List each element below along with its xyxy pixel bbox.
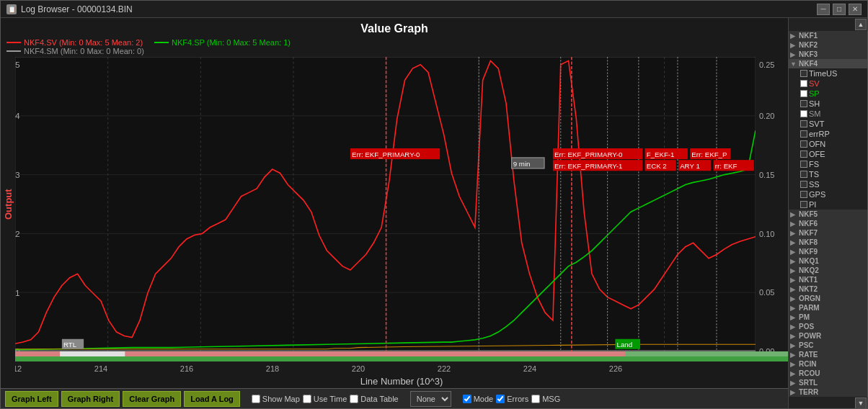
check-timeus[interactable] (800, 70, 807, 77)
sidebar-item-ofn[interactable]: OFN (789, 139, 867, 149)
check-svt[interactable] (800, 120, 807, 127)
check-ofe[interactable] (800, 150, 807, 158)
sidebar-group-nkf8[interactable]: ▶ NKF8 (789, 238, 867, 247)
sidebar-item-pi[interactable]: PI (789, 199, 867, 210)
check-ss[interactable] (800, 181, 807, 188)
sidebar-item-sh[interactable]: SH (789, 99, 867, 109)
svg-text:9 min: 9 min (513, 160, 531, 168)
svg-text:Land: Land (617, 341, 633, 349)
sidebar-item-ss[interactable]: SS (789, 179, 867, 189)
sidebar-item-sv[interactable]: SV (789, 78, 867, 89)
srtl-label: SRTL (799, 379, 818, 387)
sidebar-group-nkf1[interactable]: ▶ NKF1 (789, 31, 867, 40)
sidebar-group-nkf9[interactable]: ▶ NKF9 (789, 247, 867, 256)
sidebar-group-nkf4[interactable]: ▼ NKF4 (789, 59, 867, 68)
msg-checkbox[interactable] (531, 395, 540, 403)
check-sp[interactable] (800, 90, 807, 97)
svg-text:220: 220 (352, 364, 365, 373)
clear-graph-button[interactable]: Clear Graph (123, 391, 181, 407)
sidebar-group-nkt2[interactable]: ▶ NKT2 (789, 284, 867, 294)
check-pi[interactable] (800, 201, 807, 208)
svg-rect-61 (625, 351, 788, 356)
rcou-label: RCOU (799, 369, 820, 377)
y-axis-right-svg: 0.00 0.05 0.10 0.15 0.20 0.25 (756, 57, 788, 351)
svg-text:0.25: 0.25 (759, 60, 774, 69)
sidebar-group-rcou[interactable]: ▶ RCOU (789, 369, 867, 378)
svg-text:216: 216 (180, 364, 193, 373)
ofe-label: OFE (809, 150, 825, 158)
orgn-label: ORGN (799, 295, 820, 302)
check-sv[interactable] (800, 80, 807, 87)
scroll-up-button[interactable]: ▲ (855, 19, 867, 30)
sidebar-group-parm[interactable]: ▶ PARM (789, 303, 867, 313)
close-button[interactable]: ✕ (849, 4, 862, 15)
data-table-checkbox[interactable] (350, 395, 358, 403)
sidebar-item-sm[interactable]: SM (789, 109, 867, 119)
sidebar-group-rcin[interactable]: ▶ RCIN (789, 359, 867, 369)
sidebar-group-psc[interactable]: ▶ PSC (789, 341, 867, 350)
sidebar-item-fs[interactable]: FS (789, 159, 867, 169)
maximize-button[interactable]: □ (833, 4, 846, 15)
sidebar-item-sp[interactable]: SP (789, 89, 867, 99)
sidebar-group-nkf7[interactable]: ▶ NKF7 (789, 228, 867, 238)
errors-checkbox[interactable] (496, 395, 505, 403)
expand-powr-icon: ▶ (790, 333, 797, 340)
svg-text:Err: EKF_PRIMARY-1: Err: EKF_PRIMARY-1 (554, 162, 622, 170)
check-sm[interactable] (800, 110, 807, 117)
nkf6-label: NKF6 (799, 220, 818, 228)
expand-nkf1-icon: ▶ (790, 32, 797, 40)
chart-svg: 0 1 2 3 4 5 (15, 57, 756, 351)
mode-checkbox[interactable] (463, 395, 471, 403)
sidebar-group-nkq1[interactable]: ▶ NKQ1 (789, 256, 867, 266)
graph-left-button[interactable]: Graph Left (5, 391, 58, 407)
svg-text:F_EKF-1: F_EKF-1 (647, 150, 675, 158)
svg-text:0.00: 0.00 (759, 347, 774, 351)
title-bar: 📋 Log Browser - 00000134.BIN ─ □ ✕ (1, 1, 867, 18)
sidebar-group-rate[interactable]: ▶ RATE (789, 350, 867, 359)
sidebar-scroll-top: ▲ (789, 18, 867, 31)
svg-text:Err: EKF_PRIMARY-0: Err: EKF_PRIMARY-0 (554, 150, 623, 158)
nkq1-label: NKQ1 (799, 257, 819, 265)
check-ts[interactable] (800, 171, 807, 178)
sidebar-group-pm[interactable]: ▶ PM (789, 313, 867, 322)
svg-text:218: 218 (266, 364, 279, 373)
check-sh[interactable] (800, 100, 807, 107)
filter-dropdown[interactable]: None (410, 391, 451, 407)
check-fs[interactable] (800, 161, 807, 168)
expand-pm-icon: ▶ (790, 314, 797, 321)
sidebar-group-nkf5[interactable]: ▶ NKF5 (789, 210, 867, 219)
pi-label: PI (809, 200, 816, 209)
expand-nkf8-icon: ▶ (790, 239, 797, 246)
sidebar-item-timeus[interactable]: TimeUS (789, 68, 867, 78)
scroll-down-button[interactable]: ▼ (855, 397, 867, 408)
sidebar-group-nkf2[interactable]: ▶ NKF2 (789, 40, 867, 50)
sidebar-item-ts[interactable]: TS (789, 169, 867, 179)
sidebar-group-terr[interactable]: ▶ TERR (789, 387, 867, 397)
sidebar-group-pos[interactable]: ▶ POS (789, 322, 867, 331)
show-map-checkbox[interactable] (252, 395, 260, 403)
sidebar-item-errrp[interactable]: errRP (789, 129, 867, 139)
sidebar-group-nkf3[interactable]: ▶ NKF3 (789, 50, 867, 59)
svg-text:5: 5 (15, 60, 20, 70)
use-time-checkbox[interactable] (303, 395, 311, 403)
load-log-button[interactable]: Load A Log (184, 391, 240, 407)
sidebar-group-orgn[interactable]: ▶ ORGN (789, 294, 867, 303)
sidebar-item-gps[interactable]: GPS (789, 189, 867, 199)
sidebar-group-powr[interactable]: ▶ POWR (789, 331, 867, 341)
minimize-button[interactable]: ─ (817, 4, 830, 15)
svg-text:212: 212 (15, 364, 22, 373)
sidebar-item-svt[interactable]: SVT (789, 119, 867, 129)
graph-right-button[interactable]: Graph Right (61, 391, 120, 407)
sidebar-item-ofe[interactable]: OFE (789, 149, 867, 159)
sidebar-group-nkt1[interactable]: ▶ NKT1 (789, 275, 867, 284)
data-table-label: Data Table (360, 395, 398, 403)
sidebar-group-nkf6[interactable]: ▶ NKF6 (789, 219, 867, 228)
window-title: Log Browser - 00000134.BIN (21, 4, 133, 14)
sidebar-group-nkq2[interactable]: ▶ NKQ2 (789, 266, 867, 275)
check-ofn[interactable] (800, 140, 807, 148)
sidebar-group-srtl[interactable]: ▶ SRTL (789, 378, 867, 387)
rcin-label: RCIN (799, 360, 816, 368)
check-errrp[interactable] (800, 130, 807, 138)
check-gps[interactable] (800, 191, 807, 198)
mode-label: Mode (474, 395, 494, 403)
